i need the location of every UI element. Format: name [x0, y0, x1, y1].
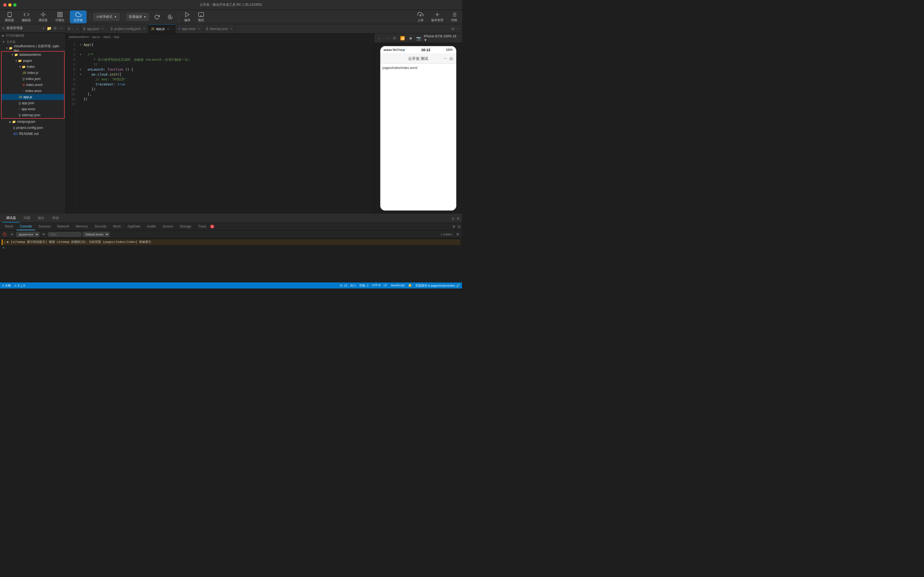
tree-item-index-wxss[interactable]: # index.wxss — [2, 88, 64, 94]
tab-app-json[interactable]: {} app.json ✕ — [81, 24, 108, 33]
devtool-tab-trace[interactable]: Trace — [195, 223, 210, 230]
tree-item-index-folder[interactable]: ▼ 📂 index — [2, 64, 64, 70]
new-file-button[interactable]: + — [42, 26, 45, 31]
more-tabs-button[interactable]: ⋯ — [457, 27, 460, 31]
details-button[interactable]: 详情 — [449, 10, 459, 23]
console-line-prompt[interactable]: > — [2, 245, 460, 251]
maximize-button[interactable] — [13, 3, 16, 6]
panel-tab-problems[interactable]: 问题 — [20, 214, 34, 222]
forward-button[interactable]: → — [76, 27, 79, 31]
cloud-button[interactable]: 云开发 — [70, 10, 87, 23]
compile-selector[interactable]: 普通编译 ▼ — [126, 13, 149, 21]
tab-sitemap-json[interactable]: {} sitemap.json ✕ — [203, 24, 236, 33]
status-page-path[interactable]: 页面路径 ● pages/index/index 🔗 — [415, 284, 460, 288]
devtools-dock-button[interactable]: ⊟ — [457, 225, 460, 229]
devtools-settings-button[interactable]: ⚙ — [452, 225, 456, 229]
tree-item-app-js[interactable]: JS app.js — [2, 94, 64, 100]
tree-item-readme[interactable]: MD README.md — [0, 131, 66, 137]
devtool-tab-mock[interactable]: Mock — [110, 223, 124, 230]
close-button[interactable] — [3, 3, 6, 6]
devtool-tab-storage[interactable]: Storage — [176, 223, 195, 230]
devtool-tab-wxml[interactable]: Wxml — [2, 223, 16, 230]
device-selector[interactable]: iPhone 6/7/8 100% 16 ▼ — [424, 34, 460, 42]
eye-icon[interactable]: 👁 — [41, 232, 47, 237]
devtool-tab-console[interactable]: Console — [16, 223, 35, 230]
snapshot-btn[interactable]: 📷 — [415, 35, 422, 41]
code-line-1: ▼ App({ — [80, 42, 371, 47]
tree-item-cloudfunctions[interactable]: ▼ 📁 cloudfunctions | 当前环境: yqkt-dev — [0, 45, 66, 51]
version-mgmt-button[interactable]: 版本管理 — [429, 10, 446, 23]
fold-btn-1[interactable]: ▼ — [80, 42, 84, 47]
fold-btn-3[interactable]: ▼ — [80, 52, 84, 57]
panel-close-button[interactable]: ✕ — [457, 216, 460, 221]
context-select[interactable]: appservice — [16, 232, 39, 237]
sidebar: ☰ 资源管理器 + 📁 ⟳ ⋯ ▶ 打开的编辑器 — [0, 24, 66, 214]
upload-button[interactable]: 上传 — [415, 10, 426, 23]
tree-item-index-json[interactable]: {} index.json — [2, 76, 64, 82]
code-editor[interactable]: 1 2 3 4 5 6 7 8 9 10 11 — [66, 40, 374, 214]
compile-run-button[interactable]: 编译 — [182, 10, 192, 23]
preview-icon-button[interactable] — [165, 13, 175, 21]
status-bell[interactable]: 🔔 — [408, 284, 412, 288]
simulator-button[interactable]: 模拟器 — [3, 10, 16, 23]
devtool-tab-memory[interactable]: Memory — [73, 223, 91, 230]
status-spaces[interactable]: 空格: 2 — [359, 284, 368, 288]
debugger-button[interactable]: 调试器 — [36, 10, 50, 23]
split-editor-button[interactable]: ⊟ — [452, 27, 454, 31]
tab-app-wxss[interactable]: # app.wxss ✕ — [176, 24, 203, 33]
preview-button[interactable]: 预览 — [196, 10, 206, 23]
panel-tab-output[interactable]: 输出 — [34, 214, 48, 222]
clear-console-button[interactable]: 🚫 — [2, 232, 8, 237]
fold-btn-6[interactable]: ▼ — [80, 67, 84, 72]
devtool-tab-audits[interactable]: Audits — [144, 223, 159, 230]
collapse-all-button[interactable]: ⋯ — [58, 26, 63, 31]
back-button[interactable]: ← — [71, 27, 74, 31]
devtool-tab-security[interactable]: Security — [91, 223, 110, 230]
tree-item-sitemap-json[interactable]: {} sitemap.json — [2, 112, 64, 118]
status-line[interactable]: 行 13，列 1 — [340, 284, 355, 288]
tree-item-app-wxss[interactable]: # app.wxss — [2, 106, 64, 112]
editor-button[interactable]: 编辑器 — [19, 10, 33, 23]
record-btn[interactable]: ⏺ — [407, 35, 414, 41]
wifi-btn[interactable]: 📶 — [399, 35, 406, 41]
devtool-tab-sensor[interactable]: Sensor — [160, 223, 176, 230]
status-outline-button[interactable]: ≡ 大纲 — [2, 284, 11, 288]
devtool-tab-network[interactable]: Network — [54, 223, 73, 230]
console-content[interactable]: ⚠ ▶ [sitemap 索引情况提示] 根据 sitemap 的规则[0]，当… — [0, 238, 462, 282]
panel-tab-terminal[interactable]: 终端 — [48, 214, 63, 222]
fold-btn-7[interactable]: ▼ — [80, 72, 84, 77]
new-folder-button[interactable]: 📁 — [46, 26, 52, 31]
tree-item-index-wxml[interactable]: ⊞ index.wxml — [2, 82, 64, 88]
refresh-sidebar-button[interactable]: ⟳ — [53, 26, 58, 31]
window-controls[interactable] — [0, 3, 16, 6]
console-settings-btn[interactable]: ⚙ — [455, 232, 460, 237]
refresh-button[interactable] — [152, 13, 162, 21]
panel-collapse-button[interactable]: ∧ — [452, 216, 454, 221]
tree-item-miniprogram[interactable]: ▶ 📁 miniprogram — [0, 119, 66, 125]
sidebar-section-open-editors[interactable]: ▶ 打开的编辑器 — [0, 32, 66, 39]
tree-item-project-config[interactable]: {} project.config.json — [0, 125, 66, 131]
status-language[interactable]: JavaScript — [391, 284, 404, 288]
back-preview-btn[interactable]: ← — [376, 35, 383, 41]
status-encoding[interactable]: UTF-8 — [372, 284, 380, 288]
tree-item-index-js[interactable]: JS index.js — [2, 70, 64, 76]
devtool-tab-appdata[interactable]: AppData — [124, 223, 144, 230]
tree-item-app-json[interactable]: {} app.json — [2, 100, 64, 106]
editor-menu-btn[interactable]: ☰ — [68, 27, 70, 31]
forward-preview-btn[interactable]: → — [384, 35, 390, 41]
panel-tab-debugger[interactable]: 调试器 — [2, 214, 20, 222]
tab-app-js[interactable]: JS app.js ✕ — [148, 24, 176, 33]
status-eol[interactable]: LF — [384, 284, 387, 288]
mode-selector[interactable]: 小程序模式 ▼ — [94, 13, 120, 21]
filter-input[interactable] — [48, 232, 81, 237]
tree-item-pages[interactable]: ▼ 📂 pages — [2, 58, 64, 64]
filter-toggle-button[interactable]: ⊘ — [10, 232, 15, 237]
code-content[interactable]: ▼ App({ ▼ /** — [77, 40, 374, 214]
devtool-tab-sources[interactable]: Sources — [35, 223, 54, 230]
level-select[interactable]: Default levels — [83, 232, 110, 237]
visualize-button[interactable]: 可视化 — [53, 10, 66, 23]
minimize-button[interactable] — [8, 3, 11, 6]
tab-project-config[interactable]: {} project.config.json ✕ — [108, 24, 148, 33]
rotate-btn[interactable]: ⟳ — [392, 35, 397, 41]
tree-item-databasedemo[interactable]: ▼ 📁 databasedemo — [2, 52, 64, 58]
